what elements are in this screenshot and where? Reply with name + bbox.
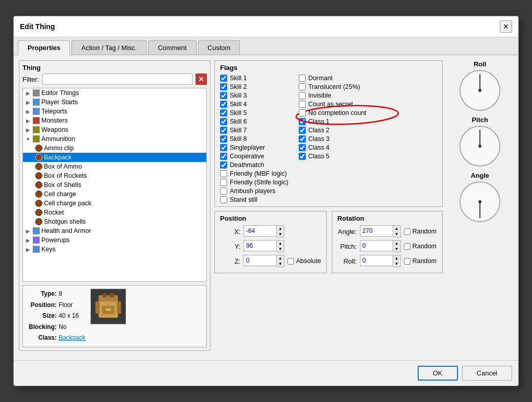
tree-item-player-starts[interactable]: ▶ Player Starts [23,98,206,107]
tree-item-box-of-rockets[interactable]: Box of Rockets [23,171,206,180]
roll-random-checkbox[interactable] [404,258,410,265]
flag-skill6[interactable]: Skill 6 [220,118,288,125]
item-icon [35,145,42,152]
tree-item-teleports[interactable]: ▶ Teleports [23,107,206,116]
flag-count-as-secret[interactable]: Count as secret [299,101,367,108]
close-button[interactable]: ✕ [500,20,512,33]
roll-dial-hand [479,74,480,90]
thing-group-label: Thing [22,64,207,72]
angle-input[interactable] [360,225,393,237]
flag-class2[interactable]: Class 2 [299,127,367,134]
thing-tree[interactable]: ▶ Editor Things ▶ Player Starts ▶ T [22,88,207,282]
flag-skill8[interactable]: Skill 8 [220,135,288,143]
roll-up-arrow[interactable]: ▲ [393,255,400,261]
angle-random-checkbox[interactable] [404,228,410,235]
filter-clear-button[interactable]: ✕ [196,74,207,85]
roll-rot-label: Roll: [337,257,357,265]
flag-class3[interactable]: Class 3 [299,135,367,143]
angle-field-row: Angle: ▲ ▼ Random [337,225,437,238]
flag-friendly-mbf[interactable]: Friendly (MBF logic) [220,170,288,177]
backpack-sprite-svg [94,291,122,322]
flag-skill7[interactable]: Skill 7 [220,127,288,134]
absolute-checkbox-label[interactable]: Absolute [287,257,321,265]
z-input[interactable] [244,255,277,266]
tab-bar: Properties Action / Tag / Misc. Comment … [14,37,518,55]
flag-no-completion-count[interactable]: No completion count [299,109,367,116]
flag-skill2[interactable]: Skill 2 [220,83,288,90]
flag-cooperative[interactable]: Cooperative [220,153,288,160]
flag-class1[interactable]: Class 1 [299,118,367,125]
angle-up-arrow[interactable]: ▲ [393,226,400,231]
flag-stand-still[interactable]: Stand still [220,196,288,203]
flag-skill3[interactable]: Skill 3 [220,92,288,99]
roll-input[interactable] [360,255,393,266]
x-down-arrow[interactable]: ▼ [277,231,284,237]
y-field-row: Y: ▲ ▼ [220,240,321,252]
flag-friendly-strife[interactable]: Friendly (Strife logic) [220,179,288,186]
pitch-random-checkbox[interactable] [404,243,410,250]
pitch-down-arrow[interactable]: ▼ [393,246,400,252]
pitch-random-label[interactable]: Random [404,243,437,250]
flag-singleplayer[interactable]: Singleplayer [220,144,288,151]
absolute-checkbox[interactable] [287,258,294,265]
x-input[interactable] [244,225,277,237]
tree-item-backpack[interactable]: Backpack [23,153,206,162]
flag-skill5[interactable]: Skill 5 [220,109,288,116]
cancel-button[interactable]: Cancel [462,366,512,381]
y-down-arrow[interactable]: ▼ [277,246,284,252]
angle-down-arrow[interactable]: ▼ [393,231,400,237]
pitch-up-arrow[interactable]: ▲ [393,241,400,246]
tree-item-weapons[interactable]: ▶ Weapons [23,125,206,134]
z-up-arrow[interactable]: ▲ [277,255,284,261]
flag-dormant[interactable]: Dormant [299,75,367,82]
class-link[interactable]: Backpack [59,333,85,344]
angle-random-label[interactable]: Random [404,228,437,235]
flag-skill4[interactable]: Skill 4 [220,101,288,108]
flag-deathmatch[interactable]: Deathmatch [220,161,288,169]
flag-class5[interactable]: Class 5 [299,153,367,160]
tree-item-powerups[interactable]: ▶ Powerups [23,235,206,245]
tree-item-editor-things[interactable]: ▶ Editor Things [23,88,206,98]
tree-item-cell-charge[interactable]: Cell charge [23,190,206,199]
pitch-input[interactable] [360,240,393,251]
tab-comment[interactable]: Comment [148,40,196,55]
tree-item-cell-charge-pack[interactable]: Cell charge pack [23,199,206,208]
ok-button[interactable]: OK [418,366,458,381]
tab-action-tag-misc[interactable]: Action / Tag / Misc. [71,40,147,55]
tree-item-label: Shotgun shells [44,218,86,225]
tree-item-shotgun-shells[interactable]: Shotgun shells [23,217,206,226]
x-up-arrow[interactable]: ▲ [277,226,284,231]
flag-translucent[interactable]: Translucent (25%) [299,83,367,90]
folder-icon [33,117,40,124]
tree-item-monsters[interactable]: ▶ Monsters [23,116,206,125]
z-spinner: ▲ ▼ [244,255,284,267]
tree-item-ammo-clip[interactable]: Ammo clip [23,144,206,153]
tree-item-health-and-armor[interactable]: ▶ Health and Armor [23,226,206,235]
angle-dial[interactable] [460,181,500,222]
tab-properties[interactable]: Properties [18,40,70,55]
tree-item-box-of-ammo[interactable]: Box of Ammo [23,162,206,171]
filter-input[interactable] [42,74,193,85]
tab-custom[interactable]: Custom [198,40,240,55]
flag-invisible[interactable]: Invisible [299,92,367,99]
center-panel: Flags Skill 1 Skill 2 Skill 3 Skill 4 Sk… [214,60,443,355]
flag-class4[interactable]: Class 4 [299,144,367,151]
y-input[interactable] [244,240,277,251]
svg-rect-3 [117,301,121,314]
blocking-value: No [59,322,66,333]
roll-random-label[interactable]: Random [404,257,437,265]
roll-dial[interactable] [460,70,500,111]
tree-item-ammunition[interactable]: ▼ Ammunition [23,134,206,144]
tree-item-rocket[interactable]: Rocket [23,208,206,217]
y-up-arrow[interactable]: ▲ [277,241,284,246]
tree-item-box-of-shells[interactable]: Box of Shells [23,180,206,190]
pitch-dial[interactable] [460,126,500,167]
tree-item-keys[interactable]: ▶ Keys [23,245,206,254]
tree-item-label: Monsters [41,117,67,124]
flag-skill1[interactable]: Skill 1 [220,75,288,82]
z-down-arrow[interactable]: ▼ [277,261,284,267]
flag-ambush-players[interactable]: Ambush players [220,187,288,195]
roll-down-arrow[interactable]: ▼ [393,261,400,267]
roll-field-row: Roll: ▲ ▼ Random [337,255,437,267]
tree-item-label: Teleports [41,108,67,115]
